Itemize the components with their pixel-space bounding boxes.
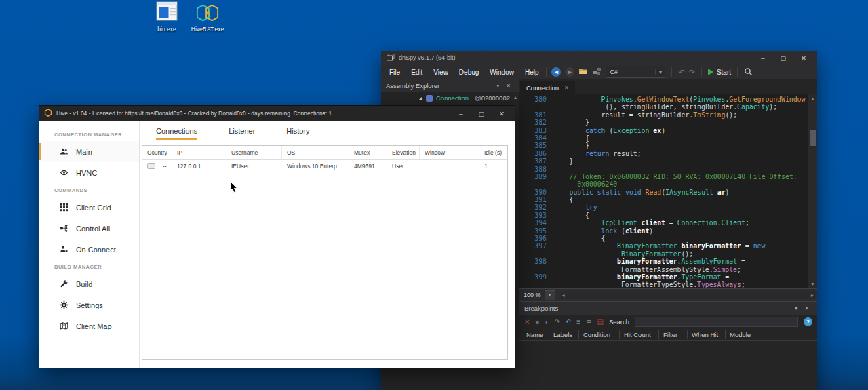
- code-line: 383catch (Exception ex): [519, 127, 817, 134]
- horizontal-scrollbar[interactable]: ◂ ▸: [560, 291, 816, 299]
- open-file-icon[interactable]: [578, 67, 589, 77]
- tab-close-icon[interactable]: ✕: [564, 85, 569, 91]
- help-icon[interactable]: ?: [804, 317, 812, 326]
- column-header-idles[interactable]: Idle (s): [479, 146, 507, 159]
- redo-icon[interactable]: ↷: [689, 68, 695, 77]
- table-row[interactable]: --127.0.0.1IEUserWindows 10 Enterp...4M9…: [142, 160, 507, 172]
- code-line: 381result = stringBuilder.ToString();: [519, 111, 817, 119]
- column-header-name[interactable]: Name: [522, 330, 549, 339]
- column-header-os[interactable]: OS: [282, 146, 349, 159]
- sidebar-item-main[interactable]: Main: [39, 141, 139, 162]
- zoom-dropdown-icon[interactable]: ▾: [545, 290, 555, 300]
- navigate-back-icon[interactable]: ◄: [551, 67, 561, 77]
- sidebar-item-settings[interactable]: Settings: [39, 294, 139, 315]
- scroll-down-icon[interactable]: ▾: [808, 280, 817, 288]
- menu-file[interactable]: File: [384, 69, 406, 76]
- import-breakpoints-icon[interactable]: ≣: [586, 319, 591, 326]
- search-assemblies-icon[interactable]: [744, 67, 753, 77]
- hive-window: Hive - v1.04 - Licensed to: https://t.me…: [39, 105, 515, 368]
- expand-triangle-icon[interactable]: [418, 96, 422, 100]
- export-assembly-icon[interactable]: [593, 67, 601, 77]
- column-header-ip[interactable]: IP: [172, 146, 226, 159]
- code-line: FormatterTypeStyle.TypesAlways;: [519, 281, 817, 288]
- panel-close-icon[interactable]: ✕: [801, 305, 812, 311]
- sidebar-item-hvnc[interactable]: HVNC: [39, 162, 139, 183]
- panel-close-icon[interactable]: ✕: [502, 83, 514, 89]
- minimize-button[interactable]: –: [755, 54, 771, 62]
- menu-edit[interactable]: Edit: [406, 69, 428, 76]
- remove-breakpoint-icon[interactable]: ✕: [524, 319, 530, 326]
- maximize-button[interactable]: ▢: [775, 54, 791, 62]
- hive-titlebar: Hive - v1.04 - Licensed to: https://t.me…: [39, 106, 515, 121]
- sidebar-item-on-connect[interactable]: On Connect: [39, 239, 139, 260]
- line-number: 388: [519, 165, 547, 173]
- vertical-scrollbar[interactable]: ▴ ▾: [808, 94, 817, 288]
- column-header-labels[interactable]: Labels: [549, 330, 579, 339]
- close-button[interactable]: ✕: [494, 110, 510, 117]
- desktop-icon-hiverat-exe[interactable]: HiveRAT.exe: [186, 1, 229, 33]
- code-editor: 380Pinvokes.GetWindowText(Pinvokes.GetFo…: [519, 94, 817, 288]
- remove-all-breakpoints-icon[interactable]: ●: [535, 319, 539, 326]
- sidebar-item-label: Client Grid: [76, 203, 111, 212]
- table-cell: IEUser: [226, 163, 282, 170]
- column-header-mutex[interactable]: Mutex: [349, 146, 387, 159]
- column-header-hit-count[interactable]: Hit Count: [620, 330, 659, 339]
- panel-menu-icon[interactable]: ▾: [493, 83, 502, 89]
- menu-debug[interactable]: Debug: [454, 69, 484, 76]
- desktop-icon-label: bin.exe: [145, 26, 189, 33]
- code-text: public static void Read(IAsyncResult ar): [547, 189, 730, 196]
- line-number: 394: [519, 219, 547, 227]
- code-line: 382}: [519, 119, 817, 126]
- column-header-filter[interactable]: Filter: [659, 330, 688, 339]
- menu-window[interactable]: Window: [484, 69, 519, 76]
- minimize-button[interactable]: –: [453, 110, 469, 117]
- go-to-disassembly-icon[interactable]: ↶: [566, 319, 571, 326]
- toggle-breakpoints-icon[interactable]: ◐: [545, 319, 549, 326]
- column-header-elevation[interactable]: Elevation: [387, 146, 420, 159]
- code-text: }: [547, 119, 589, 126]
- chevron-down-icon: ▾: [655, 69, 665, 75]
- users-icon: [59, 147, 68, 157]
- scroll-right-icon[interactable]: ▸: [811, 292, 814, 298]
- maximize-button[interactable]: ▢: [473, 110, 490, 117]
- breakpoints-search-input[interactable]: [635, 317, 798, 327]
- export-breakpoints-icon[interactable]: ≡: [576, 319, 580, 326]
- code-line: 395lock (client): [519, 227, 817, 235]
- tab-listener[interactable]: Listener: [229, 127, 255, 140]
- scrollbar-thumb[interactable]: [810, 130, 816, 146]
- column-header-module[interactable]: Module: [726, 330, 760, 339]
- zoom-level[interactable]: 100 %: [524, 292, 541, 298]
- menu-view[interactable]: View: [428, 69, 454, 76]
- tree-item-connection-class[interactable]: Connection@02000002: [381, 92, 519, 104]
- column-header-country[interactable]: Country: [142, 146, 172, 159]
- desktop-icon-bin-exe[interactable]: bin.exe: [145, 1, 189, 33]
- sidebar-item-client-map[interactable]: Client Map: [39, 315, 139, 336]
- column-header-when-hit[interactable]: When Hit: [688, 330, 726, 339]
- sidebar-item-build[interactable]: Build: [39, 273, 139, 294]
- sidebar-item-control-all[interactable]: Control All: [39, 218, 139, 239]
- column-header-username[interactable]: Username: [226, 146, 282, 159]
- show-tokens-icon[interactable]: ▤: [597, 319, 604, 326]
- go-to-source-icon[interactable]: ↷: [554, 319, 559, 326]
- scroll-left-icon[interactable]: ◂: [562, 292, 565, 298]
- scroll-up-icon[interactable]: ▴: [808, 95, 817, 102]
- column-header-window[interactable]: Window: [420, 146, 479, 159]
- hexagons-icon: [186, 1, 229, 24]
- language-combobox[interactable]: C# ▾: [606, 66, 665, 78]
- close-button[interactable]: ✕: [795, 54, 812, 62]
- toolbar-separator: [701, 67, 702, 77]
- assembly-explorer-title: Assembly Explorer: [386, 82, 439, 90]
- sidebar-item-client-grid[interactable]: Client Grid: [39, 197, 139, 218]
- column-header-condition[interactable]: Condition: [579, 330, 620, 339]
- tab-connections[interactable]: Connections: [156, 127, 197, 140]
- tree-scroll-up-icon[interactable]: ▴: [514, 94, 517, 100]
- undo-icon[interactable]: ↶: [678, 68, 684, 77]
- navigate-forward-icon[interactable]: ►: [565, 67, 574, 77]
- tab-history[interactable]: History: [286, 127, 309, 140]
- line-number: [519, 250, 547, 258]
- start-debugging-button[interactable]: Start: [708, 69, 731, 76]
- tab-connection[interactable]: Connection ✕: [520, 81, 575, 94]
- hive-window-title: Hive - v1.04 - Licensed to: https://t.me…: [56, 110, 449, 117]
- menu-help[interactable]: Help: [519, 69, 545, 76]
- panel-menu-icon[interactable]: ▾: [791, 305, 801, 311]
